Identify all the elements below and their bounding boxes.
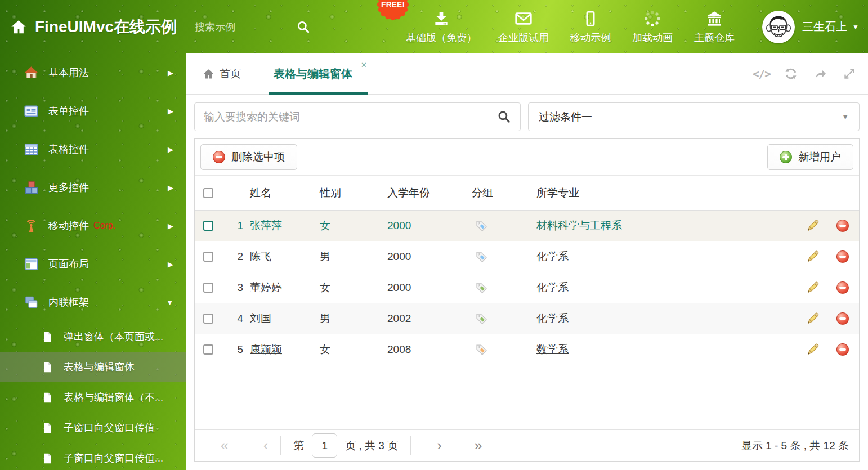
app-title: FineUIMvc在线示例 [35,16,177,38]
year-cell: 2000 [385,250,469,263]
sidebar-item-grid-controls[interactable]: 表格控件 ▶ [0,130,186,168]
delete-selected-button[interactable]: 删除选中项 [200,144,297,170]
last-page-button[interactable]: » [475,438,482,453]
nav-label: 企业版试用 [498,31,549,44]
tab-grid-edit-window[interactable]: 表格与编辑窗体 ✕ [269,53,368,94]
name-link[interactable]: 刘国 [250,312,271,324]
name-link[interactable]: 陈飞 [250,250,271,262]
tab-label: 表格与编辑窗体 [274,66,352,82]
row-checkbox[interactable] [203,221,213,231]
edit-icon[interactable] [806,250,820,263]
source-code-icon[interactable]: </> [754,66,769,81]
home-icon [24,65,39,80]
home-icon [203,68,214,80]
first-page-button[interactable]: « [221,438,229,453]
record-summary: 显示 1 - 5 条 , 共 12 条 [741,438,849,453]
gender-cell: 女 [317,280,385,295]
download-icon [432,10,450,28]
table-row[interactable]: 4 刘国 男 2002 化学系 [195,303,859,334]
filter-value: 过滤条件一 [539,110,592,124]
page-prefix: 第 [293,438,304,453]
search-icon[interactable] [296,20,311,34]
sidebar-subitem-grid-edit-window[interactable]: 表格与编辑窗体 [0,352,186,382]
prev-page-button[interactable]: ‹ [263,438,268,453]
grid-toolbar: 删除选中项 新增用户 [195,139,859,176]
nav-item-loading-animation[interactable]: 加载动画 [632,10,673,44]
add-user-button[interactable]: 新增用户 [767,144,853,170]
sidebar-item-page-layout[interactable]: 页面布局 ▶ [0,245,186,283]
tag-icon [475,281,488,294]
sidebar-item-more-controls[interactable]: 更多控件 ▶ [0,168,186,207]
delete-icon[interactable] [836,220,849,232]
sidebar-subitem-child-to-parent[interactable]: 子窗口向父窗口传值 [0,413,186,443]
major-link[interactable]: 化学系 [536,281,569,293]
row-checkbox[interactable] [203,283,213,293]
nav-item-basic-free[interactable]: FREE! 基础版（免费） [406,10,477,44]
keyword-search-input[interactable]: 输入要搜索的关键词 [194,102,521,131]
sidebar: 基本用法 ▶ 表单控件 ▶ 表格控件 ▶ 更多控件 ▶ [0,53,186,470]
major-link[interactable]: 材料科学与工程系 [536,220,622,231]
major-link[interactable]: 化学系 [536,312,569,324]
column-header-name[interactable]: 姓名 [248,186,317,200]
sidebar-subitem-popup-window[interactable]: 弹出窗体（本页面或... [0,321,186,352]
sidebar-item-basic-usage[interactable]: 基本用法 ▶ [0,53,186,92]
window-tools: </> [754,66,857,81]
tab-home[interactable]: 首页 [203,66,241,81]
name-link[interactable]: 董婷婷 [250,281,282,293]
major-link[interactable]: 数学系 [536,343,569,355]
mobile-icon [582,10,599,28]
delete-icon[interactable] [836,312,849,325]
table-row[interactable]: 2 陈飞 男 2000 化学系 [195,241,859,272]
column-header-gender[interactable]: 性别 [317,186,385,200]
nav-item-enterprise-trial[interactable]: 企业版试用 [498,10,549,44]
table-header: 姓名 性别 入学年份 分组 所学专业 [195,176,859,211]
row-index: 2 [222,250,248,263]
sidebar-subitem-child-to-parent-2[interactable]: 子窗口向父窗口传值... [0,443,186,470]
column-header-major[interactable]: 所学专业 [534,186,799,200]
row-checkbox[interactable] [203,252,213,262]
row-checkbox[interactable] [203,314,213,324]
year-cell: 2000 [385,220,469,232]
edit-icon[interactable] [806,219,820,232]
major-link[interactable]: 化学系 [536,250,569,262]
chevron-right-icon: ▶ [168,107,173,115]
edit-icon[interactable] [806,281,820,294]
free-badge: FREE! [377,0,409,21]
search-icon[interactable] [497,110,511,124]
name-link[interactable]: 康颖颖 [250,343,282,355]
table-row[interactable]: 1 张萍萍 女 2000 材料科学与工程系 [195,211,859,241]
chevron-right-icon: ▶ [168,145,173,154]
open-in-new-icon[interactable] [813,66,827,81]
table-row[interactable]: 3 董婷婷 女 2000 化学系 [195,272,859,303]
delete-icon[interactable] [836,343,849,356]
filter-dropdown[interactable]: 过滤条件一 ▼ [528,102,860,131]
chevron-down-icon: ▼ [842,113,849,121]
refresh-icon[interactable] [784,66,798,81]
column-header-year[interactable]: 入学年份 [385,186,469,200]
nav-item-mobile-demo[interactable]: 移动示例 [570,10,611,44]
select-all-checkbox[interactable] [203,188,213,198]
page-icon [42,392,53,404]
user-menu[interactable]: 三生石上 ▼ [762,11,859,43]
page-number-input[interactable]: 1 [312,433,337,458]
cubes-icon [24,180,39,195]
sidebar-item-mobile-controls[interactable]: 移动控件 Corp. ▶ [0,207,186,245]
sidebar-subitem-grid-edit-window-2[interactable]: 表格与编辑窗体（不... [0,382,186,413]
row-checkbox[interactable] [203,344,213,355]
delete-icon[interactable] [836,281,849,294]
tag-icon [475,250,488,263]
name-link[interactable]: 张萍萍 [250,220,282,231]
sidebar-item-inline-frame[interactable]: 内联框架 ▼ [0,283,186,321]
edit-icon[interactable] [806,312,820,325]
nav-item-theme-store[interactable]: 主题仓库 [694,10,735,44]
header-search[interactable]: 搜索示例 [195,20,311,34]
expand-icon[interactable] [842,66,857,81]
app-logo[interactable]: FineUIMvc在线示例 [10,16,177,38]
next-page-button[interactable]: › [437,438,441,453]
sidebar-item-form-controls[interactable]: 表单控件 ▶ [0,92,186,130]
close-icon[interactable]: ✕ [361,61,367,69]
delete-icon[interactable] [836,250,849,263]
column-header-group[interactable]: 分组 [469,186,534,200]
edit-icon[interactable] [806,343,820,356]
table-row[interactable]: 5 康颖颖 女 2008 数学系 [195,334,859,365]
